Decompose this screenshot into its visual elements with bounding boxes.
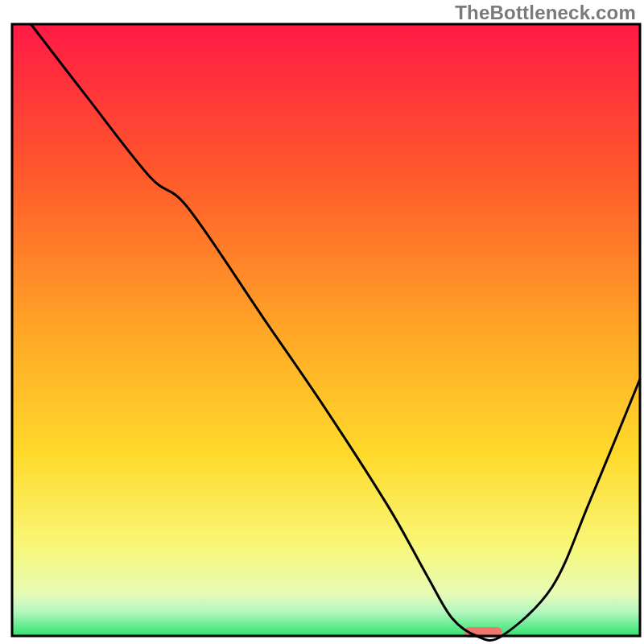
watermark-label: TheBottleneck.com [455,2,636,24]
bottleneck-chart [0,0,644,644]
plot-background [12,24,640,636]
chart-frame: TheBottleneck.com [0,0,644,644]
